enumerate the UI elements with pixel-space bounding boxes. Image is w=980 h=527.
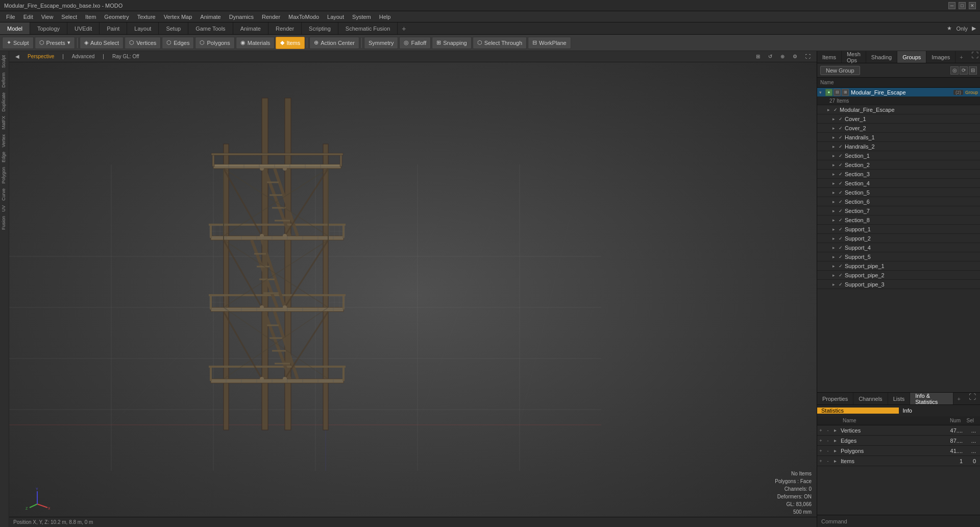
tab-animate[interactable]: Animate [233,22,268,34]
menu-render[interactable]: Render [258,13,284,21]
stats-expand-items[interactable]: ▸ [831,458,839,464]
list-item[interactable]: ▸ ✓ Section_1 [817,151,980,160]
menu-file[interactable]: File [2,13,19,21]
action-center-button[interactable]: ⊕ Action Center [309,37,359,49]
menu-vertexmap[interactable]: Vertex Map [160,13,197,21]
workplane-button[interactable]: ⊟ WorkPlane [528,37,571,49]
list-item[interactable]: ▸ ✓ Support_pipe_1 [817,261,980,271]
viewport[interactable]: ◀ Perspective | Advanced | Ray GL: Off ⊞… [9,51,817,527]
menu-view[interactable]: View [37,13,58,21]
tab-uvedit[interactable]: UVEdit [67,22,100,34]
right-tab-items[interactable]: Items [817,51,842,63]
viewport-icon-settings[interactable]: ⚙ [791,54,799,59]
tree-root-expand[interactable]: ▾ [819,90,825,95]
new-group-button[interactable]: New Group [820,66,860,75]
stats-expand-edges[interactable]: ▸ [831,438,839,443]
list-item[interactable]: ▸ ✓ Section_6 [817,197,980,206]
sidebar-tab-fusion[interactable]: Fusion [1,214,9,232]
list-item[interactable]: ▸ ✓ Support_pipe_2 [817,271,980,280]
restore-button[interactable]: □ [959,2,966,9]
menu-texture[interactable]: Texture [133,13,160,21]
right-tab-meshops[interactable]: Mesh Ops [842,51,866,63]
tab-render[interactable]: Render [268,22,302,34]
stats-expand-vertices[interactable]: ▸ [831,427,839,433]
tree-area[interactable]: ▾ ● ⊟ ⊞ Modular_Fire_Escape (2) Group 27… [817,88,980,392]
stats-ctrl-polygons[interactable]: + [817,448,824,453]
tab-scripting[interactable]: Scripting [302,22,338,34]
sidebar-tab-duplicate[interactable]: Duplicate [1,90,9,114]
menu-system[interactable]: System [348,13,375,21]
sidebar-tab-vertex[interactable]: Vertex [1,132,9,150]
viewport-icon-refresh[interactable]: ↺ [766,54,774,59]
stats-minus-edges[interactable]: - [824,438,831,443]
list-item[interactable]: ▸ ✓ Section_2 [817,160,980,170]
stats-row-polygons[interactable]: + - ▸ Polygons 41.... ... [817,446,980,456]
group-vis-icon-1[interactable]: ● [825,89,832,96]
snapping-button[interactable]: ⊞ Snapping [432,37,472,49]
viewport-icon-expand[interactable]: ⛶ [803,54,813,59]
list-item[interactable]: ▸ ✓ Handrails_1 [817,133,980,142]
list-item[interactable]: ▸ ✓ Section_8 [817,215,980,225]
falloff-button[interactable]: ◎ Falloff [399,37,431,49]
groups-icon-btn-3[interactable]: ⊟ [969,66,977,75]
presets-button[interactable]: ⬡ Presets ▾ [35,37,75,49]
polygons-button[interactable]: ⬡ Polygons [195,37,234,49]
materials-button[interactable]: ◉ Materials [236,37,275,49]
stats-minus-vertices[interactable]: - [824,428,831,433]
menu-help[interactable]: Help [375,13,395,21]
stats-minus-polygons[interactable]: - [824,448,831,453]
tab-gametools[interactable]: Game Tools [188,22,233,34]
menu-item[interactable]: Item [81,13,100,21]
stats-ctrl-edges[interactable]: + [817,438,824,443]
expand-icon[interactable]: ▸ [827,107,834,112]
menu-maxtomodo[interactable]: MaxToModo [284,13,323,21]
viewport-perspective[interactable]: Perspective [26,54,56,59]
right-tab-groups[interactable]: Groups [897,51,926,63]
stats-ctrl-vertices[interactable]: + [817,428,824,433]
viewport-raygl[interactable]: Ray GL: Off [110,54,141,59]
right-tab-shading[interactable]: Shading [866,51,897,63]
menu-edit[interactable]: Edit [19,13,37,21]
select-through-button[interactable]: ⬡ Select Through [473,37,527,49]
tab-layout[interactable]: Layout [127,22,159,34]
right-tab-add[interactable]: + [955,51,967,63]
sidebar-tab-uv[interactable]: UV [1,203,9,214]
right-tab-images[interactable]: Images [926,51,955,63]
tab-setup[interactable]: Setup [159,22,188,34]
stats-row-vertices[interactable]: + - ▸ Vertices 47.... ... [817,425,980,436]
group-vis-icon-3[interactable]: ⊞ [842,89,849,96]
viewport-icon-zoom[interactable]: ⊕ [778,54,787,59]
list-item[interactable]: ▸ ✓ Cover_1 [817,114,980,124]
stats-row-edges[interactable]: + - ▸ Edges 87.... ... [817,436,980,446]
groups-icon-btn-1[interactable]: ◎ [950,66,959,75]
list-item[interactable]: ▸ ✓ Support_pipe_3 [817,280,980,289]
sidebar-tab-polygon[interactable]: Polygon [1,165,9,186]
sidebar-tab-curve[interactable]: Curve [1,186,9,203]
menu-dynamics[interactable]: Dynamics [225,13,258,21]
list-item[interactable]: ▸ ✓ Support_1 [817,225,980,234]
group-vis-icon-2[interactable]: ⊟ [834,89,841,96]
sculpt-button[interactable]: ✦ Sculpt [2,37,34,49]
bottom-tab-channels[interactable]: Channels [853,393,888,404]
right-panel-pin[interactable]: ⛶ [967,51,980,63]
vertices-button[interactable]: ⬡ Vertices [125,37,161,49]
edges-button[interactable]: ⬡ Edges [162,37,194,49]
viewport-icon-fit[interactable]: ⊞ [754,54,762,59]
viewport-nav-prev[interactable]: ◀ [13,54,21,59]
stats-ctrl-items[interactable]: + [817,459,824,464]
viewport-canvas[interactable]: X Z Y No Items Polygons : Face Channels:… [9,62,817,527]
list-item[interactable]: ▸ ✓ Support_4 [817,243,980,252]
groups-icon-btn-2[interactable]: ⟳ [960,66,968,75]
list-item[interactable]: ▸ ✓ Section_5 [817,188,980,197]
list-item[interactable]: ▸ ✓ Support_2 [817,234,980,243]
list-item[interactable]: ▸ ✓ Modular_Fire_Escape [817,105,980,114]
symmetry-button[interactable]: Symmetry [364,37,399,49]
sidebar-tab-deform[interactable]: Deform [1,70,9,90]
list-item[interactable]: ▸ ✓ Section_7 [817,206,980,215]
bottom-tab-lists[interactable]: Lists [888,393,911,404]
minimize-button[interactable]: ─ [948,2,955,9]
bottom-tab-properties[interactable]: Properties [817,393,853,404]
list-item[interactable]: ▸ ✓ Cover_2 [817,124,980,133]
sidebar-tab-sculpt[interactable]: Sculpt [1,53,9,70]
tab-model[interactable]: Model [0,22,30,34]
